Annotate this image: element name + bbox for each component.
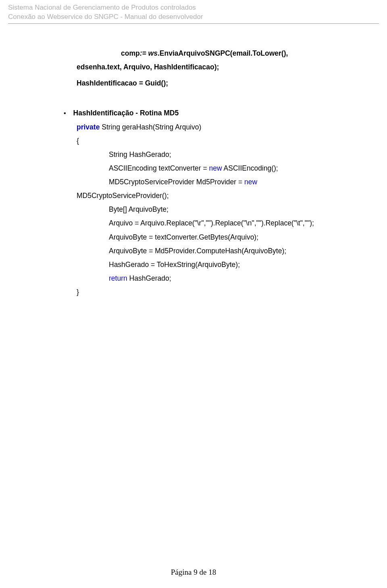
kw-private: private bbox=[77, 123, 100, 131]
code-line-11: HashGerado = ToHexString(ArquivoByte); bbox=[109, 258, 347, 271]
bullet-title: HashIdentificação - Rotina MD5 bbox=[73, 106, 179, 120]
header-line-2: Conexão ao Webservice do SNGPC - Manual … bbox=[8, 13, 379, 22]
code-l12-rest: HashGerado; bbox=[127, 274, 171, 282]
code-line-13: } bbox=[77, 285, 347, 299]
code-line-5: MD5CryptoServiceProvider Md5Provider = n… bbox=[109, 175, 347, 189]
page-footer: Página 9 de 18 bbox=[0, 568, 387, 577]
document-content: comp:= ws.EnviaArquivoSNGPC(email.ToLowe… bbox=[44, 46, 347, 299]
intro-prefix: comp bbox=[121, 49, 140, 57]
code-l1-rest: String geraHash(String Arquivo) bbox=[100, 123, 201, 131]
code-line-8: Arquivo = Arquivo.Replace("\r","").Repla… bbox=[109, 216, 347, 230]
code-l4a: ASCIIEncoding textConverter = bbox=[109, 164, 209, 172]
intro-line-3: HashIdentificacao = Guid(); bbox=[77, 76, 347, 90]
kw-return: return bbox=[109, 274, 127, 282]
code-l4b: ASCIIEncoding(); bbox=[222, 164, 278, 172]
kw-new-1: new bbox=[209, 164, 222, 172]
code-line-4: ASCIIEncoding textConverter = new ASCIIE… bbox=[109, 161, 347, 175]
intro-rest: .EnviaArquivoSNGPC(email.ToLower(), bbox=[158, 49, 288, 57]
code-line-10: ArquivoByte = Md5Provider.ComputeHash(Ar… bbox=[109, 244, 347, 258]
kw-new-2: new bbox=[244, 178, 257, 186]
bullet-dot-icon: • bbox=[64, 107, 66, 119]
intro-italic: := ws bbox=[140, 49, 158, 57]
intro-line-2: edsenha.text, Arquivo, HashIdentificacao… bbox=[77, 60, 347, 74]
document-header: Sistema Nacional de Gerenciamento de Pro… bbox=[8, 3, 379, 24]
intro-line-1: comp:= ws.EnviaArquivoSNGPC(email.ToLowe… bbox=[121, 46, 347, 60]
code-line-12: return HashGerado; bbox=[109, 271, 347, 285]
code-line-9: ArquivoByte = textConverter.GetBytes(Arq… bbox=[109, 230, 347, 244]
code-line-1: private String geraHash(String Arquivo) bbox=[77, 120, 347, 134]
code-line-3: String HashGerado; bbox=[109, 148, 347, 161]
code-line-7: Byte[] ArquivoByte; bbox=[109, 202, 347, 216]
header-rule bbox=[8, 23, 379, 24]
code-line-6: MD5CryptoServiceProvider(); bbox=[77, 189, 347, 202]
header-line-1: Sistema Nacional de Gerenciamento de Pro… bbox=[8, 3, 379, 13]
code-line-2: { bbox=[77, 134, 347, 148]
code-l5a: MD5CryptoServiceProvider Md5Provider = bbox=[109, 178, 244, 186]
bullet-item: • HashIdentificação - Rotina MD5 bbox=[64, 106, 347, 120]
